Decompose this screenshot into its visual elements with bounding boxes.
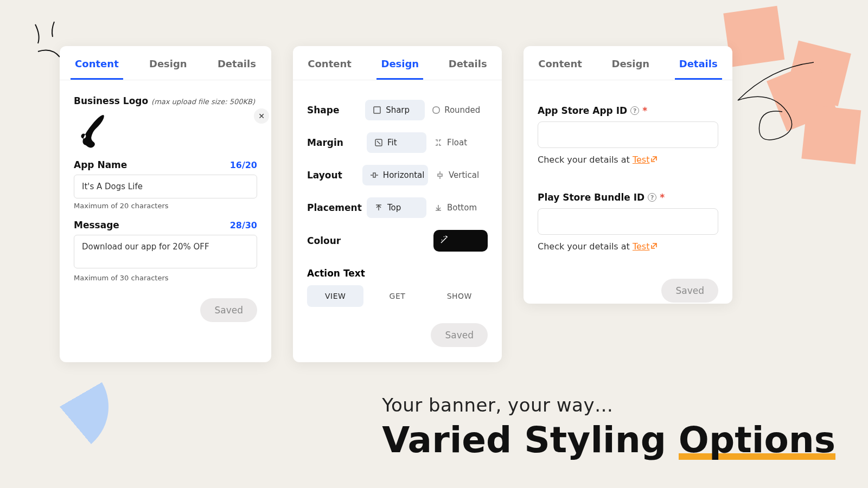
required-marker: * [642, 105, 647, 116]
colour-label: Colour [307, 235, 367, 246]
app-name-input[interactable] [74, 175, 257, 198]
action-view-option[interactable]: VIEW [307, 285, 363, 307]
required-marker: * [660, 192, 665, 203]
tab-content[interactable]: Content [71, 46, 123, 80]
placement-bottom-option[interactable]: Bottom [426, 197, 486, 218]
layout-vertical-option[interactable]: Vertical [428, 165, 488, 185]
layout-label: Layout [307, 170, 362, 181]
app-name-helper: Maximum of 20 characters [74, 202, 257, 210]
help-icon[interactable]: ? [648, 193, 656, 202]
test-link[interactable]: Test [633, 155, 658, 165]
margin-fit-option[interactable]: Fit [367, 132, 426, 153]
logo-hint: (max upload file size: 500KB) [151, 98, 255, 106]
app-store-help: Check your details at Test [538, 155, 718, 165]
shape-sharp-option[interactable]: Sharp [365, 100, 425, 120]
margin-label: Margin [307, 137, 367, 148]
remove-logo-button[interactable]: ✕ [254, 108, 269, 124]
close-icon: ✕ [258, 112, 265, 120]
float-icon [434, 138, 443, 147]
tabs: Content Design Details [524, 46, 732, 80]
test-link[interactable]: Test [633, 241, 658, 252]
play-store-id-label: Play Store Bundle ID [538, 192, 644, 203]
message-input[interactable] [74, 235, 257, 268]
tab-design[interactable]: Design [376, 46, 423, 80]
app-name-label: App Name [74, 159, 127, 170]
message-label: Message [74, 220, 119, 230]
external-link-icon [650, 241, 658, 252]
help-icon[interactable]: ? [630, 106, 639, 115]
tab-content[interactable]: Content [303, 46, 356, 80]
vertical-icon [436, 171, 444, 179]
placement-label: Placement [307, 202, 367, 213]
logo-label: Business Logo (max upload file size: 500… [74, 95, 255, 106]
saved-button[interactable]: Saved [661, 279, 718, 303]
tab-design[interactable]: Design [145, 46, 192, 80]
square-icon [373, 106, 381, 114]
marketing-headline: Varied Styling Options [382, 419, 835, 461]
tabs: Content Design Details [293, 46, 502, 80]
saved-button[interactable]: Saved [431, 323, 488, 347]
colour-swatch[interactable] [433, 230, 488, 252]
horizontal-icon [370, 171, 379, 179]
svg-rect-1 [433, 107, 439, 113]
play-store-id-input[interactable] [538, 208, 718, 235]
rounded-square-icon [432, 106, 440, 114]
message-counter: 28/30 [230, 220, 257, 230]
action-get-option[interactable]: GET [369, 285, 425, 307]
message-helper: Maximum of 30 characters [74, 274, 257, 282]
svg-rect-0 [374, 107, 380, 113]
arrow-down-icon [434, 203, 443, 212]
tabs: Content Design Details [60, 46, 271, 80]
decoration-loop [716, 60, 825, 149]
logo-preview: ✕ [74, 112, 112, 150]
marketing-subtitle: Your banner, your way… [382, 394, 835, 416]
tab-details[interactable]: Details [444, 46, 492, 80]
marketing-copy: Your banner, your way… Varied Styling Op… [382, 394, 835, 461]
saved-button[interactable]: Saved [200, 298, 257, 322]
wand-icon [440, 235, 449, 246]
content-panel: Content Design Details Business Logo (ma… [60, 46, 271, 362]
placement-top-option[interactable]: Top [367, 197, 426, 218]
fit-icon [374, 138, 383, 147]
layout-horizontal-option[interactable]: Horizontal [362, 165, 428, 185]
tab-details[interactable]: Details [675, 46, 722, 80]
shape-label: Shape [307, 105, 365, 115]
shape-rounded-option[interactable]: Rounded [425, 100, 488, 120]
tab-details[interactable]: Details [213, 46, 260, 80]
app-store-id-label: App Store App ID [538, 105, 627, 116]
details-panel: Content Design Details App Store App ID?… [524, 46, 732, 304]
arrow-up-icon [374, 203, 383, 212]
action-text-label: Action Text [307, 268, 488, 279]
app-store-id-input[interactable] [538, 121, 718, 148]
tab-design[interactable]: Design [607, 46, 654, 80]
design-panel: Content Design Details Shape Sharp Round… [293, 46, 502, 362]
tab-content[interactable]: Content [534, 46, 586, 80]
play-store-help: Check your details at Test [538, 241, 718, 252]
margin-float-option[interactable]: Float [426, 132, 486, 153]
external-link-icon [650, 155, 658, 165]
app-name-counter: 16/20 [230, 160, 257, 170]
action-show-option[interactable]: SHOW [431, 285, 488, 307]
